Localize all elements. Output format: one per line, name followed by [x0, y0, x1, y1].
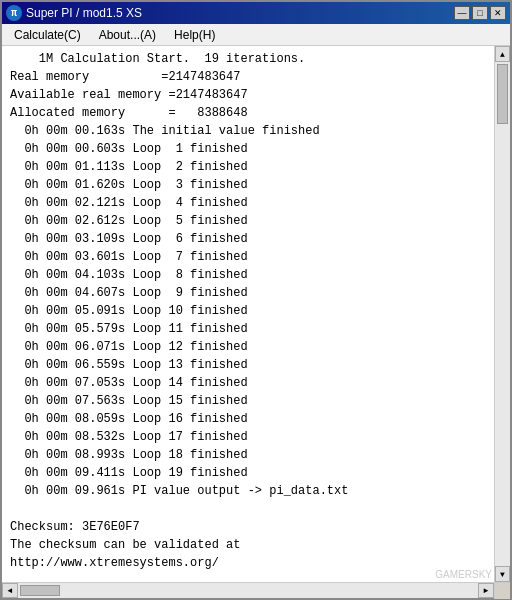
- vertical-scrollbar[interactable]: ▲ ▼: [494, 46, 510, 582]
- menu-calculate[interactable]: Calculate(C): [6, 26, 89, 44]
- scroll-right-arrow[interactable]: ►: [478, 583, 494, 598]
- title-bar-left: π Super PI / mod1.5 XS: [6, 5, 142, 21]
- scroll-h-track[interactable]: [18, 583, 478, 598]
- scroll-h-thumb[interactable]: [20, 585, 60, 596]
- scroll-track[interactable]: [495, 62, 510, 566]
- title-buttons: — □ ✕: [454, 6, 506, 20]
- window-title: Super PI / mod1.5 XS: [26, 6, 142, 20]
- content-area: 1M Calculation Start. 19 iterations. Rea…: [2, 46, 510, 582]
- menu-about[interactable]: About...(A): [91, 26, 164, 44]
- close-button[interactable]: ✕: [490, 6, 506, 20]
- app-icon: π: [6, 5, 22, 21]
- minimize-button[interactable]: —: [454, 6, 470, 20]
- scroll-down-arrow[interactable]: ▼: [495, 566, 510, 582]
- scrollbar-corner: [494, 583, 510, 599]
- maximize-button[interactable]: □: [472, 6, 488, 20]
- watermark: GAMERSKY: [435, 569, 492, 580]
- bottom-bar: ◄ ►: [2, 582, 510, 598]
- scroll-thumb[interactable]: [497, 64, 508, 124]
- output-text: 1M Calculation Start. 19 iterations. Rea…: [10, 50, 486, 572]
- main-window: π Super PI / mod1.5 XS — □ ✕ Calculate(C…: [0, 0, 512, 600]
- output-area: 1M Calculation Start. 19 iterations. Rea…: [2, 46, 494, 582]
- horizontal-scrollbar[interactable]: ◄ ►: [2, 583, 494, 598]
- menu-help[interactable]: Help(H): [166, 26, 223, 44]
- menu-bar: Calculate(C) About...(A) Help(H): [2, 24, 510, 46]
- scroll-up-arrow[interactable]: ▲: [495, 46, 510, 62]
- title-bar: π Super PI / mod1.5 XS — □ ✕: [2, 2, 510, 24]
- scroll-left-arrow[interactable]: ◄: [2, 583, 18, 598]
